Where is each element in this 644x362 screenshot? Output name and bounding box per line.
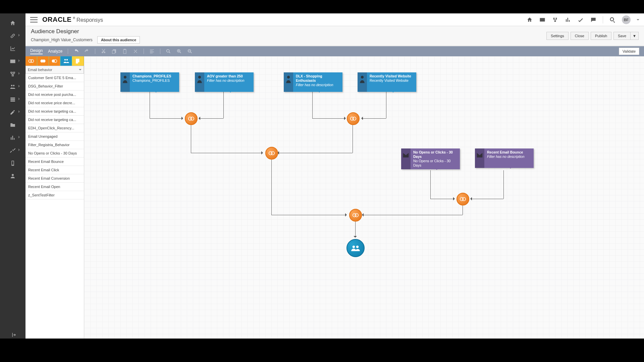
profile-icon [196, 74, 203, 84]
card-title: Recently Visited Website [370, 74, 414, 78]
brand: ORACLE® Responsys [42, 16, 103, 23]
card-title: Recent Email Bounce [487, 150, 531, 155]
undo-icon[interactable] [73, 49, 79, 54]
operator-node-1[interactable] [185, 112, 198, 125]
zoom-fit-icon[interactable] [166, 49, 171, 54]
svg-point-18 [355, 214, 358, 217]
filter-card-noopens[interactable]: No Opens or Clicks - 30 DaysNo Opens or … [401, 148, 460, 169]
filter-card-dlx[interactable]: DLX - Shopping EnthusiastsFilter has no … [284, 72, 342, 92]
top-analytics-icon[interactable] [565, 16, 571, 23]
card-subtitle: Recently Visited Website [370, 78, 414, 83]
filter-list-item[interactable]: Did not receive targeting ca... [25, 116, 84, 124]
palette-union-icon[interactable] [37, 56, 49, 66]
top-home-icon[interactable] [526, 16, 533, 23]
about-audience-button[interactable]: About this audience [97, 36, 140, 44]
home-icon[interactable] [9, 19, 16, 27]
filter-category-dropdown[interactable]: Email behavior [25, 66, 84, 74]
operator-node-4[interactable] [457, 193, 469, 205]
user-menu-caret-icon[interactable] [637, 19, 639, 22]
title-bar: Audience Designer Champion_High Value_Cu… [25, 26, 644, 46]
paste-icon[interactable] [122, 49, 127, 54]
svg-point-14 [271, 152, 274, 155]
card-title: Champions_PROFILES [132, 74, 176, 78]
mobile-icon[interactable] [9, 160, 16, 167]
card-title: DLX - Shopping Enthusiasts [296, 74, 340, 83]
top-check-icon[interactable] [577, 16, 584, 23]
filter-list-item[interactable]: Customer Sent GTE 5 Ema... [25, 74, 84, 82]
palette-note-icon[interactable] [72, 56, 84, 66]
audience-icon[interactable] [9, 83, 16, 90]
palette-audience-icon[interactable] [60, 56, 72, 66]
search-icon[interactable] [609, 16, 616, 23]
svg-point-4 [31, 60, 34, 63]
analyze-tab[interactable]: Analyze [48, 49, 62, 54]
settings-button[interactable]: Settings [546, 32, 569, 40]
filter-list: Customer Sent GTE 5 Ema...DSG_Behavior_F… [25, 74, 84, 339]
filter-list-item[interactable]: DSG_Behavior_Filter [25, 82, 84, 90]
filter-list-item[interactable]: Recent Email Open [25, 183, 84, 191]
svg-point-19 [353, 246, 355, 248]
operator-node-2[interactable] [347, 112, 360, 125]
filter-list-item[interactable]: Did not receive targeting ca... [25, 107, 84, 116]
chart-icon[interactable] [9, 45, 16, 52]
zoom-out-icon[interactable] [187, 49, 193, 54]
filter-list-item[interactable]: EDH_OpenClick_Recency... [25, 124, 84, 132]
operator-node-5[interactable] [349, 209, 362, 222]
filter-card-champions[interactable]: Champions_PROFILESChampions_PROFILES [120, 72, 179, 92]
tools-icon[interactable] [9, 147, 16, 154]
top-mail-icon[interactable] [539, 16, 546, 23]
filter-card-visited[interactable]: Recently Visited WebsiteRecently Visited… [358, 72, 416, 92]
filter-list-item[interactable]: Filter_Registria_Behavior [25, 141, 84, 149]
filter-list-item[interactable]: No Opens or Clicks - 30 Days [25, 149, 84, 158]
audience-output-node[interactable] [346, 239, 365, 257]
profile-icon [359, 74, 366, 84]
cut-icon[interactable] [101, 49, 106, 54]
filter-list-item[interactable]: Did not receive post purcha... [25, 90, 84, 99]
copy-icon[interactable] [111, 49, 117, 54]
palette-exclude-icon[interactable] [49, 56, 61, 66]
palette-intersect-icon[interactable] [25, 56, 37, 66]
validate-button[interactable]: Validate [619, 48, 639, 55]
filter-list-item[interactable]: Recent Email Bounce [25, 158, 84, 166]
top-flow-icon[interactable] [552, 16, 558, 23]
filter-list-item[interactable]: Recent Email Conversion [25, 174, 84, 183]
design-tab[interactable]: Design [30, 48, 43, 54]
link-icon[interactable] [9, 32, 16, 40]
filter-list-item[interactable]: z_SentTestFilter [25, 191, 84, 199]
edit-icon[interactable] [9, 109, 16, 116]
flow-icon[interactable] [9, 70, 16, 78]
user-icon[interactable] [9, 172, 16, 180]
save-button[interactable]: Save [613, 32, 631, 40]
page-title: Audience Designer [31, 28, 140, 35]
card-subtitle: Filter has no description [296, 83, 340, 87]
close-button[interactable]: Close [571, 32, 589, 40]
filter-list-item[interactable]: Recent Email Click [25, 166, 84, 174]
user-avatar[interactable]: BF [622, 15, 631, 24]
menu-hamburger-icon[interactable] [30, 17, 38, 22]
operator-node-3[interactable] [265, 147, 278, 160]
folder-icon[interactable] [9, 121, 16, 129]
publish-button[interactable]: Publish [591, 32, 611, 40]
bar-chart-icon[interactable] [9, 134, 16, 141]
filter-list-item[interactable]: Email Unengaged [25, 132, 84, 141]
card-title: AOV greater than 250 [207, 74, 251, 78]
zoom-in-icon[interactable] [176, 49, 182, 54]
design-canvas[interactable]: Champions_PROFILESChampions_PROFILES AOV… [84, 56, 644, 339]
filter-card-bounce[interactable]: Recent Email BounceFilter has no descrip… [475, 148, 534, 168]
redo-icon[interactable] [84, 49, 90, 54]
align-icon[interactable] [149, 49, 155, 54]
delete-icon[interactable] [133, 49, 138, 54]
filter-list-item[interactable]: Did not receive price decre... [25, 99, 84, 107]
card-subtitle: No Opens or Clicks - 30 Days [413, 159, 457, 168]
filter-card-aov[interactable]: AOV greater than 250Filter has no descri… [195, 72, 254, 92]
top-chat-icon[interactable] [590, 16, 597, 23]
card-subtitle: Filter has no description [207, 78, 251, 83]
card-title: No Opens or Clicks - 30 Days [413, 150, 457, 159]
logout-icon[interactable] [9, 331, 16, 339]
table-icon[interactable] [9, 96, 16, 103]
save-dropdown-button[interactable]: ▼ [631, 32, 639, 40]
filter-palette: Email behavior Customer Sent GTE 5 Ema..… [25, 56, 84, 339]
mail-icon[interactable] [9, 58, 16, 65]
left-nav-rail [0, 13, 25, 339]
svg-point-16 [462, 197, 466, 201]
